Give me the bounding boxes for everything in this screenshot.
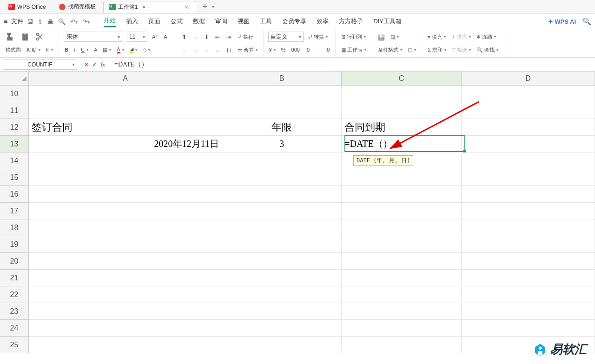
row-header-14[interactable]: 14 — [0, 152, 28, 169]
cell-B19[interactable] — [222, 236, 342, 252]
paste-icon[interactable] — [20, 32, 31, 42]
new-tab-button[interactable]: + — [198, 2, 212, 12]
menu-diy[interactable]: DIY工具箱 — [373, 17, 402, 26]
row-header-24[interactable]: 24 — [0, 320, 28, 337]
dec-dec-button[interactable]: ←.0 — [319, 46, 331, 53]
number-format-select[interactable]: 自定义▾ — [268, 32, 304, 42]
cell-D14[interactable] — [462, 152, 595, 169]
redo-button[interactable]: ↷▾ — [82, 18, 90, 25]
col-header-D[interactable]: D — [462, 72, 595, 85]
menu-page[interactable]: 页面 — [148, 17, 160, 26]
menu-insert[interactable]: 插入 — [126, 17, 138, 26]
workbook-tab[interactable]: S 工作簿1 × — [103, 1, 196, 13]
cell-C12[interactable]: 合同到期 — [342, 119, 461, 135]
cell-D11[interactable] — [462, 102, 595, 119]
tab-list-button[interactable]: ▾ — [212, 4, 214, 9]
cell-C17[interactable] — [342, 203, 461, 219]
cell-A17[interactable] — [29, 203, 222, 219]
cell-A20[interactable] — [29, 253, 222, 269]
cell-B23[interactable] — [222, 303, 342, 319]
filter-button[interactable]: ▽ 筛选▾ — [451, 46, 472, 54]
file-menu[interactable]: 文件 — [11, 17, 23, 26]
cell-B11[interactable] — [222, 102, 342, 119]
cell-C25[interactable] — [342, 337, 461, 353]
column-headers[interactable]: ABCD — [29, 72, 595, 86]
italic-button[interactable]: I — [73, 46, 76, 53]
cell-A14[interactable] — [29, 152, 222, 169]
align-right-icon[interactable]: ≡ — [203, 46, 211, 53]
cancel-formula-button[interactable]: × — [85, 61, 88, 68]
border-button[interactable]: ▦▾ — [102, 46, 112, 53]
col-header-B[interactable]: B — [222, 72, 342, 85]
cell-B18[interactable] — [222, 219, 342, 236]
find-button[interactable]: 🔍 查找▾ — [476, 46, 499, 54]
sum-button[interactable]: Σ 求和▾ — [427, 46, 447, 54]
row-header-20[interactable]: 20 — [0, 253, 28, 270]
align-bottom-icon[interactable]: ⬇ — [203, 33, 211, 40]
cell-D24[interactable] — [462, 320, 595, 336]
comma-button[interactable]: 000 — [291, 46, 301, 53]
cell-B22[interactable] — [222, 286, 342, 303]
save-icon[interactable]: 🖫 — [27, 18, 33, 25]
cell-C10[interactable] — [342, 86, 461, 102]
cell-C18[interactable] — [342, 219, 461, 236]
wps-ai-button[interactable]: ✦ WPS AI — [548, 18, 576, 25]
align-top-icon[interactable]: ⬆ — [181, 33, 188, 40]
menu-ffgz[interactable]: 方方格子 — [339, 17, 363, 26]
cell-B13[interactable]: 3 — [222, 136, 342, 152]
row-header-22[interactable]: 22 — [0, 286, 28, 303]
distribute-icon[interactable]: ⫼ — [225, 46, 233, 53]
row-header-17[interactable]: 17 — [0, 203, 28, 219]
cell-B14[interactable] — [222, 152, 342, 169]
cell-D15[interactable] — [462, 169, 595, 185]
cell-B16[interactable] — [222, 186, 342, 202]
menu-data[interactable]: 数据 — [193, 17, 205, 26]
row-header-21[interactable]: 21 — [0, 270, 28, 286]
cell-A12[interactable]: 签订合同 — [29, 119, 222, 135]
cell-A13[interactable]: 2020年12月11日 — [29, 136, 222, 152]
cell-D19[interactable] — [462, 236, 595, 252]
cell-D10[interactable] — [462, 86, 595, 102]
preview-icon[interactable]: 🔍 — [58, 18, 66, 25]
menu-member[interactable]: 会员专享 — [282, 17, 306, 26]
cell-A11[interactable] — [29, 102, 222, 119]
cell-C20[interactable] — [342, 253, 461, 269]
freeze-button[interactable]: ❄ 冻结▾ — [476, 33, 497, 41]
row-header-23[interactable]: 23 — [0, 303, 28, 320]
cell-D12[interactable] — [462, 119, 595, 135]
row-header-18[interactable]: 18 — [0, 219, 28, 236]
menu-formula[interactable]: 公式 — [171, 17, 183, 26]
cell-C16[interactable] — [342, 186, 461, 202]
worksheet-button[interactable]: ▦ 工作表▾ — [340, 46, 367, 54]
cell-C13[interactable]: =DATE（） — [342, 136, 461, 152]
menu-start[interactable]: 开始 — [104, 16, 116, 27]
name-box[interactable]: COUNTIF ▾ — [3, 60, 77, 70]
cell-A23[interactable] — [29, 303, 222, 319]
font-size-select[interactable]: 11▾ — [127, 32, 147, 42]
cell-A21[interactable] — [29, 270, 222, 286]
row-header-19[interactable]: 19 — [0, 236, 28, 253]
undo-button[interactable]: ↶▾ — [70, 18, 78, 25]
menu-view[interactable]: 视图 — [238, 17, 250, 26]
copy-button[interactable]: ⎘▾ — [45, 46, 54, 53]
cell-C23[interactable] — [342, 303, 461, 319]
convert-button[interactable]: ⇄ 转换▾ — [307, 33, 329, 41]
cells-area[interactable]: 签订合同年限合同到期2020年12月11日3=DATE（） — [29, 86, 595, 364]
cell-A25[interactable] — [29, 337, 222, 353]
cell-C19[interactable] — [342, 236, 461, 252]
percent-button[interactable]: % — [280, 46, 287, 53]
increase-font-button[interactable]: A⁺ — [151, 33, 159, 40]
cell-B15[interactable] — [222, 169, 342, 185]
print-icon[interactable]: 🖶 — [47, 18, 53, 25]
cell-D13[interactable] — [462, 136, 595, 152]
cell-style-button[interactable]: ▢▾ — [407, 46, 417, 53]
align-left-icon[interactable]: ≡ — [181, 46, 188, 53]
row-header-13[interactable]: 13 — [0, 136, 28, 152]
col-header-A[interactable]: A — [29, 72, 222, 85]
hamburger-icon[interactable]: ≡ — [4, 18, 7, 25]
cell-C21[interactable] — [342, 270, 461, 286]
cell-D21[interactable] — [462, 270, 595, 286]
cell-C15[interactable] — [342, 169, 461, 185]
highlight-button[interactable]: ◇▾ — [142, 46, 151, 53]
cell-B24[interactable] — [222, 320, 342, 336]
